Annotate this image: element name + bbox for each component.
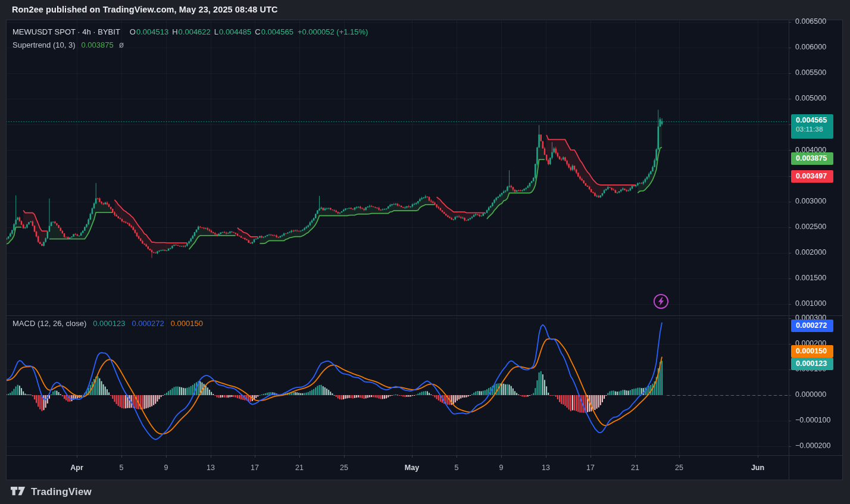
tradingview-snapshot: Ron2ee published on TradingView.com, May… [0,0,850,504]
symbol-legend: MEWUSDT SPOT · 4h · BYBIT O 0.004513 H 0… [12,27,368,36]
macd-line-value: 0.000272 [132,319,164,328]
close-value: 0.004565 [261,27,293,36]
supertrend-legend: Supertrend (10, 3) 0.003875 ø [12,40,124,49]
low-label: L [214,27,218,36]
supertrend-toggle-icon[interactable]: ø [119,40,124,49]
open-label: O [130,27,136,36]
high-label: H [172,27,177,36]
footer-bar: TradingView [0,480,850,504]
macd-title: MACD (12, 26, close) [12,319,86,328]
close-label: C [255,27,260,36]
tradingview-logo[interactable] [11,487,26,498]
low-value: 0.004485 [219,27,251,36]
macd-signal-value: 0.000150 [171,319,203,328]
lightning-button[interactable] [653,293,669,312]
macd-hist-value: 0.000123 [93,319,125,328]
supertrend-value: 0.003875 [82,40,114,49]
symbol-title: MEWUSDT SPOT · 4h · BYBIT [12,27,120,36]
lightning-icon [653,293,669,309]
open-value: 0.004513 [136,27,168,36]
published-text: Ron2ee published on TradingView.com, May… [12,5,278,14]
supertrend-title: Supertrend (10, 3) [12,40,76,49]
footer-brand-text: TradingView [31,486,92,498]
chart-plot-area[interactable] [0,0,850,504]
change-value: +0.000052 (+1.15%) [298,27,368,36]
high-value: 0.004622 [179,27,211,36]
macd-legend: MACD (12, 26, close) 0.000123 0.000272 0… [12,319,203,328]
published-header: Ron2ee published on TradingView.com, May… [0,0,850,20]
